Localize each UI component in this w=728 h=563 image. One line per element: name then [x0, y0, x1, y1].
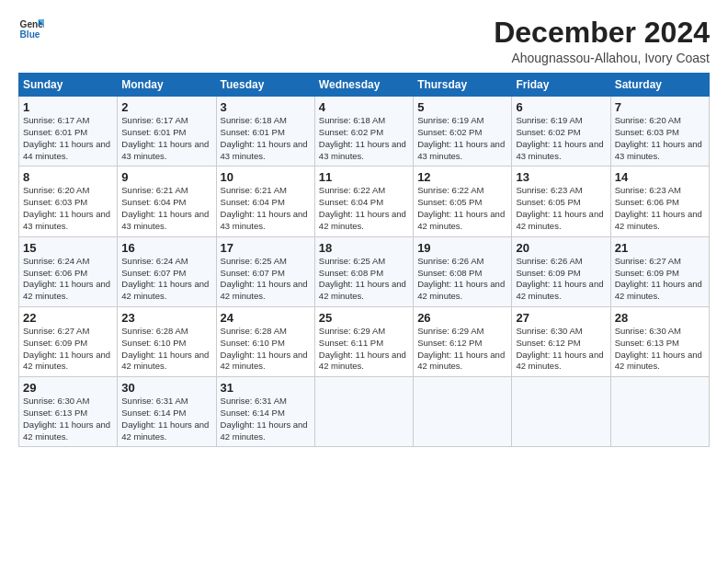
subtitle: Ahougnassou-Allahou, Ivory Coast — [494, 51, 710, 65]
col-saturday: Saturday — [610, 74, 709, 97]
table-row: 7Sunrise: 6:20 AM Sunset: 6:03 PM Daylig… — [610, 97, 709, 167]
day-number: 17 — [221, 241, 311, 255]
table-row: 26Sunrise: 6:29 AM Sunset: 6:12 PM Dayli… — [414, 306, 512, 376]
calendar-week-row: 15Sunrise: 6:24 AM Sunset: 6:06 PM Dayli… — [19, 236, 710, 306]
day-info: Sunrise: 6:17 AM Sunset: 6:01 PM Dayligh… — [23, 115, 113, 162]
day-number: 15 — [23, 241, 113, 255]
calendar-week-row: 22Sunrise: 6:27 AM Sunset: 6:09 PM Dayli… — [19, 306, 710, 376]
day-info: Sunrise: 6:25 AM Sunset: 6:07 PM Dayligh… — [221, 256, 311, 303]
table-row: 16Sunrise: 6:24 AM Sunset: 6:07 PM Dayli… — [118, 236, 216, 306]
col-tuesday: Tuesday — [216, 74, 314, 97]
table-row: 22Sunrise: 6:27 AM Sunset: 6:09 PM Dayli… — [19, 306, 118, 376]
day-number: 12 — [417, 170, 507, 184]
table-row: 23Sunrise: 6:28 AM Sunset: 6:10 PM Dayli… — [118, 306, 216, 376]
table-row — [610, 377, 709, 447]
main-title: December 2024 — [494, 17, 710, 49]
table-row: 12Sunrise: 6:22 AM Sunset: 6:05 PM Dayli… — [414, 167, 512, 236]
col-friday: Friday — [512, 74, 610, 97]
day-info: Sunrise: 6:19 AM Sunset: 6:02 PM Dayligh… — [516, 115, 606, 162]
day-info: Sunrise: 6:30 AM Sunset: 6:13 PM Dayligh… — [615, 326, 705, 373]
day-number: 25 — [319, 311, 409, 325]
day-info: Sunrise: 6:31 AM Sunset: 6:14 PM Dayligh… — [221, 396, 311, 442]
calendar-header-row: Sunday Monday Tuesday Wednesday Thursday… — [19, 74, 710, 97]
day-info: Sunrise: 6:28 AM Sunset: 6:10 PM Dayligh… — [121, 326, 211, 373]
day-info: Sunrise: 6:21 AM Sunset: 6:04 PM Dayligh… — [221, 185, 311, 232]
day-number: 3 — [221, 100, 311, 114]
day-info: Sunrise: 6:21 AM Sunset: 6:04 PM Dayligh… — [121, 185, 211, 232]
table-row: 28Sunrise: 6:30 AM Sunset: 6:13 PM Dayli… — [610, 306, 709, 376]
table-row: 24Sunrise: 6:28 AM Sunset: 6:10 PM Dayli… — [216, 306, 314, 376]
calendar-table: Sunday Monday Tuesday Wednesday Thursday… — [18, 73, 710, 447]
table-row: 21Sunrise: 6:27 AM Sunset: 6:09 PM Dayli… — [610, 236, 709, 306]
day-number: 13 — [516, 170, 606, 184]
day-info: Sunrise: 6:25 AM Sunset: 6:08 PM Dayligh… — [319, 256, 409, 303]
table-row: 2Sunrise: 6:17 AM Sunset: 6:01 PM Daylig… — [118, 97, 216, 167]
day-number: 14 — [615, 170, 705, 184]
calendar-week-row: 8Sunrise: 6:20 AM Sunset: 6:03 PM Daylig… — [19, 167, 710, 236]
svg-text:Blue: Blue — [20, 29, 40, 40]
day-number: 16 — [121, 241, 211, 255]
day-number: 24 — [221, 311, 311, 325]
day-info: Sunrise: 6:20 AM Sunset: 6:03 PM Dayligh… — [615, 115, 705, 162]
day-number: 28 — [615, 311, 705, 325]
table-row: 13Sunrise: 6:23 AM Sunset: 6:05 PM Dayli… — [512, 167, 610, 236]
col-wednesday: Wednesday — [314, 74, 413, 97]
table-row: 17Sunrise: 6:25 AM Sunset: 6:07 PM Dayli… — [216, 236, 314, 306]
day-number: 19 — [417, 241, 507, 255]
table-row: 8Sunrise: 6:20 AM Sunset: 6:03 PM Daylig… — [19, 167, 118, 236]
table-row: 27Sunrise: 6:30 AM Sunset: 6:12 PM Dayli… — [512, 306, 610, 376]
table-row: 29Sunrise: 6:30 AM Sunset: 6:13 PM Dayli… — [19, 377, 118, 447]
day-number: 9 — [121, 170, 211, 184]
day-info: Sunrise: 6:29 AM Sunset: 6:11 PM Dayligh… — [319, 326, 409, 373]
header: General Blue December 2024 Ahougnassou-A… — [18, 17, 710, 65]
table-row: 10Sunrise: 6:21 AM Sunset: 6:04 PM Dayli… — [216, 167, 314, 236]
day-number: 2 — [121, 100, 211, 114]
day-number: 29 — [23, 381, 113, 395]
day-number: 20 — [516, 241, 606, 255]
day-info: Sunrise: 6:18 AM Sunset: 6:02 PM Dayligh… — [319, 115, 409, 162]
day-info: Sunrise: 6:22 AM Sunset: 6:05 PM Dayligh… — [417, 185, 507, 232]
day-number: 7 — [615, 100, 705, 114]
table-row: 14Sunrise: 6:23 AM Sunset: 6:06 PM Dayli… — [610, 167, 709, 236]
day-info: Sunrise: 6:19 AM Sunset: 6:02 PM Dayligh… — [417, 115, 507, 162]
table-row — [512, 377, 610, 447]
table-row: 6Sunrise: 6:19 AM Sunset: 6:02 PM Daylig… — [512, 97, 610, 167]
title-block: December 2024 Ahougnassou-Allahou, Ivory… — [494, 17, 710, 65]
day-info: Sunrise: 6:30 AM Sunset: 6:13 PM Dayligh… — [23, 396, 113, 442]
table-row: 3Sunrise: 6:18 AM Sunset: 6:01 PM Daylig… — [216, 97, 314, 167]
day-number: 8 — [23, 170, 113, 184]
table-row: 18Sunrise: 6:25 AM Sunset: 6:08 PM Dayli… — [314, 236, 413, 306]
table-row: 31Sunrise: 6:31 AM Sunset: 6:14 PM Dayli… — [216, 377, 314, 447]
calendar-week-row: 29Sunrise: 6:30 AM Sunset: 6:13 PM Dayli… — [19, 377, 710, 447]
day-info: Sunrise: 6:30 AM Sunset: 6:12 PM Dayligh… — [516, 326, 606, 373]
day-number: 11 — [319, 170, 409, 184]
day-number: 10 — [221, 170, 311, 184]
day-number: 21 — [615, 241, 705, 255]
day-number: 26 — [417, 311, 507, 325]
day-number: 22 — [23, 311, 113, 325]
day-number: 31 — [221, 381, 311, 395]
day-number: 5 — [417, 100, 507, 114]
table-row: 11Sunrise: 6:22 AM Sunset: 6:04 PM Dayli… — [314, 167, 413, 236]
logo: General Blue — [18, 17, 44, 42]
day-info: Sunrise: 6:22 AM Sunset: 6:04 PM Dayligh… — [319, 185, 409, 232]
day-info: Sunrise: 6:26 AM Sunset: 6:09 PM Dayligh… — [516, 256, 606, 303]
day-info: Sunrise: 6:29 AM Sunset: 6:12 PM Dayligh… — [417, 326, 507, 373]
day-number: 27 — [516, 311, 606, 325]
day-info: Sunrise: 6:24 AM Sunset: 6:07 PM Dayligh… — [121, 256, 211, 303]
calendar-week-row: 1Sunrise: 6:17 AM Sunset: 6:01 PM Daylig… — [19, 97, 710, 167]
table-row: 1Sunrise: 6:17 AM Sunset: 6:01 PM Daylig… — [19, 97, 118, 167]
table-row: 25Sunrise: 6:29 AM Sunset: 6:11 PM Dayli… — [314, 306, 413, 376]
day-number: 18 — [319, 241, 409, 255]
day-number: 4 — [319, 100, 409, 114]
table-row: 19Sunrise: 6:26 AM Sunset: 6:08 PM Dayli… — [414, 236, 512, 306]
day-info: Sunrise: 6:23 AM Sunset: 6:05 PM Dayligh… — [516, 185, 606, 232]
day-info: Sunrise: 6:17 AM Sunset: 6:01 PM Dayligh… — [121, 115, 211, 162]
logo-icon: General Blue — [18, 17, 44, 42]
day-info: Sunrise: 6:24 AM Sunset: 6:06 PM Dayligh… — [23, 256, 113, 303]
table-row: 9Sunrise: 6:21 AM Sunset: 6:04 PM Daylig… — [118, 167, 216, 236]
table-row — [414, 377, 512, 447]
table-row: 15Sunrise: 6:24 AM Sunset: 6:06 PM Dayli… — [19, 236, 118, 306]
page: General Blue December 2024 Ahougnassou-A… — [0, 0, 728, 563]
table-row: 20Sunrise: 6:26 AM Sunset: 6:09 PM Dayli… — [512, 236, 610, 306]
